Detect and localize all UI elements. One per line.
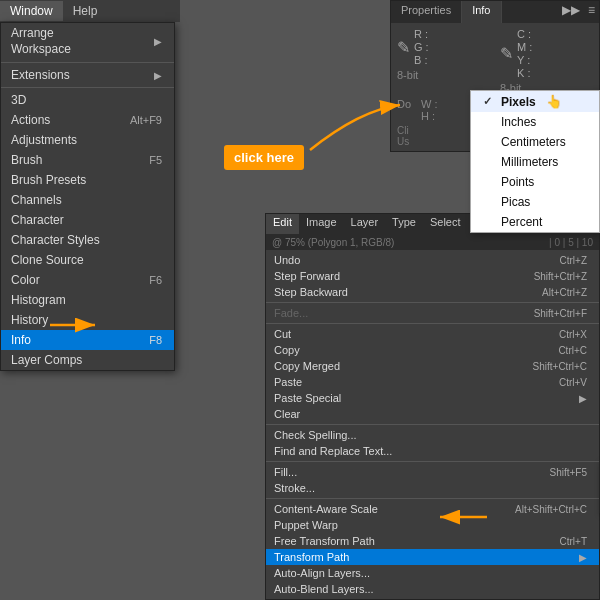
panel-menu-icon[interactable]: ≡ [584,1,599,23]
info-columns: ✎ R : G : B : 8-bit [397,27,593,94]
help-menu-trigger[interactable]: Help [63,1,108,21]
points-option[interactable]: Points [471,172,599,192]
character-styles-item[interactable]: Character Styles [1,230,174,250]
arrange-arrow-icon: ▶ [154,35,162,48]
type-menu-item[interactable]: Type [385,214,423,234]
m-row: M : [517,41,533,53]
arrange-workspace-item[interactable]: Arrange Workspace ▶ [1,23,174,60]
info-panel-tabs: Properties Info ▶▶ ≡ [391,1,599,23]
transform-path-arrow: ▶ [579,552,587,563]
orange-arrow-to-pixels [300,100,410,160]
centimeters-option[interactable]: Centimeters [471,132,599,152]
eyedropper-left-icon: ✎ [397,38,410,57]
clear-row[interactable]: Clear [266,406,599,422]
info-tab[interactable]: Info [462,1,501,23]
adjustments-item[interactable]: Adjustments [1,130,174,150]
sep5 [266,498,599,499]
zoom-label: @ 75% (Polygon 1, RGB/8) [272,237,394,248]
b-row: B : [414,54,430,66]
millimeters-option[interactable]: Millimeters [471,152,599,172]
cursor-hand-icon: 👆 [546,94,562,109]
histogram-item[interactable]: Histogram [1,290,174,310]
bitdepth-left: 8-bit [397,69,490,81]
window-menu-trigger[interactable]: Window [0,1,63,21]
color-item[interactable]: Color F6 [1,270,174,290]
layer-comps-item[interactable]: Layer Comps [1,350,174,370]
undo-row[interactable]: Undo Ctrl+Z [266,252,599,268]
character-item[interactable]: Character [1,210,174,230]
info-col-rgb: ✎ R : G : B : 8-bit [397,27,490,94]
edit-panel: Edit Image Layer Type Select Filter 3D V… [265,213,600,600]
3d-item[interactable]: 3D [1,90,174,110]
inches-option[interactable]: Inches [471,112,599,132]
panel-expand-icon[interactable]: ▶▶ [558,1,584,23]
check-icon: ✓ [483,95,495,108]
find-replace-row[interactable]: Find and Replace Text... [266,443,599,459]
sep1 [266,302,599,303]
auto-align-row[interactable]: Auto-Align Layers... [266,565,599,581]
sep4 [266,461,599,462]
extensions-item[interactable]: Extensions ▶ [1,65,174,85]
cut-row[interactable]: Cut Ctrl+X [266,326,599,342]
paste-special-row[interactable]: Paste Special ▶ [266,390,599,406]
arrange-label: Arrange [11,26,71,42]
k-row: K : [517,67,533,79]
brush-presets-item[interactable]: Brush Presets [1,170,174,190]
y-row: Y : [517,54,533,66]
edit-menu-item[interactable]: Edit [266,214,299,234]
orange-arrow-to-info [45,310,105,340]
step-forward-row[interactable]: Step Forward Shift+Ctrl+Z [266,268,599,284]
channels-item[interactable]: Channels [1,190,174,210]
extensions-arrow-icon: ▶ [154,70,162,81]
pixels-dropdown: ✓ Pixels 👆 Inches Centimeters Millimeter… [470,90,600,233]
auto-blend-row[interactable]: Auto-Blend Layers... [266,581,599,597]
copy-merged-row[interactable]: Copy Merged Shift+Ctrl+C [266,358,599,374]
top-menubar: Window Help [0,0,180,22]
stroke-row[interactable]: Stroke... [266,480,599,496]
paste-row[interactable]: Paste Ctrl+V [266,374,599,390]
edit-menu-body: Undo Ctrl+Z Step Forward Shift+Ctrl+Z St… [266,250,599,599]
workspace-label: Workspace [11,42,71,58]
properties-tab[interactable]: Properties [391,1,462,23]
eyedropper-right-icon: ✎ [500,44,513,63]
step-backward-row[interactable]: Step Backward Alt+Ctrl+Z [266,284,599,300]
brush-item[interactable]: Brush F5 [1,150,174,170]
ruler-area: @ 75% (Polygon 1, RGB/8) | 0 | 5 | 10 [266,234,599,250]
callout-label: click here [224,145,304,170]
c-row: C : [517,28,533,40]
fill-row[interactable]: Fill... Shift+F5 [266,464,599,480]
select-menu-item[interactable]: Select [423,214,468,234]
orange-arrow-to-scale [432,502,492,532]
sep3 [266,424,599,425]
layer-menu-item[interactable]: Layer [344,214,386,234]
pixels-option[interactable]: ✓ Pixels 👆 [471,91,599,112]
percent-option[interactable]: Percent [471,212,599,232]
check-spelling-row[interactable]: Check Spelling... [266,427,599,443]
copy-row[interactable]: Copy Ctrl+C [266,342,599,358]
fade-row: Fade... Shift+Ctrl+F [266,305,599,321]
ruler-numbers: | 0 | 5 | 10 [549,237,593,248]
image-menu-item[interactable]: Image [299,214,344,234]
r-row: R : [414,28,430,40]
free-transform-row[interactable]: Free Transform Path Ctrl+T [266,533,599,549]
paste-special-arrow: ▶ [579,393,587,404]
sep2 [266,323,599,324]
transform-path-row[interactable]: Transform Path ▶ Again Shift+Ctrl+T Scal… [266,549,599,565]
g-row: G : [414,41,430,53]
actions-item[interactable]: Actions Alt+F9 [1,110,174,130]
info-col-cmyk: ✎ C : M : Y : K : [500,27,593,94]
picas-option[interactable]: Picas [471,192,599,212]
clone-source-item[interactable]: Clone Source [1,250,174,270]
